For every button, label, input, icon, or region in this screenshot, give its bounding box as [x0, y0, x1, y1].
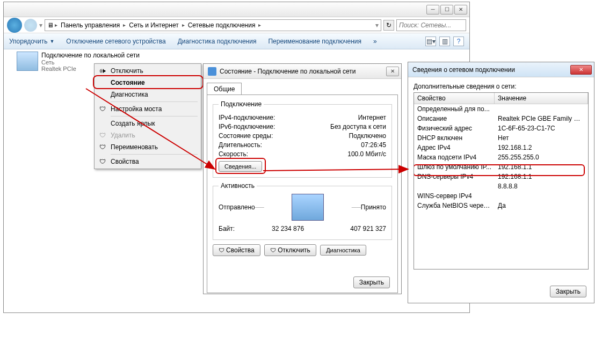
search-input[interactable] [396, 19, 466, 31]
context-menu-item[interactable]: Состояние [96, 77, 200, 89]
context-menu-item[interactable]: 🛡Свойства [96, 156, 200, 168]
context-menu-item[interactable]: Диагностика [96, 89, 200, 100]
details-button[interactable]: Сведения... [219, 161, 262, 172]
view-dropdown[interactable]: ▤▾ [425, 37, 436, 46]
status-title: Состояние - Подключение по локальной сет… [220, 68, 356, 75]
context-menu: 🕪ОтключитьСостояниеДиагностика🛡Настройка… [94, 63, 201, 169]
nav-row: ▾ 🖥 ▸ Панель управления ▸ Сеть и Интерне… [4, 17, 469, 33]
properties-button[interactable]: 🛡 Свойства [213, 244, 260, 256]
network-icon [17, 52, 38, 71]
details-row: Шлюз по умолчанию IP...192.168.1.1 [414, 162, 588, 172]
help-button[interactable]: ? [453, 37, 464, 46]
status-row: Длительность:07:26:45 [219, 141, 386, 149]
details-title: Сведения о сетевом подключении [412, 66, 515, 74]
disable-button[interactable]: 🛡 Отключить [264, 244, 316, 256]
disable-device-button[interactable]: Отключение сетевого устройства [66, 38, 165, 45]
connection-legend: Подключение [219, 100, 264, 108]
connection-fieldset: Подключение IPv4-подключение:ИнтернетIPv… [213, 100, 392, 178]
connection-title: Подключение по локальной сети [41, 52, 140, 59]
details-row: Служба NetBIOS через...Да [414, 201, 588, 210]
context-menu-item[interactable]: 🛡Настройка моста [96, 103, 200, 115]
address-bar[interactable]: 🖥 ▸ Панель управления ▸ Сеть и Интернет … [45, 19, 381, 31]
bytes-label: Байт: [219, 225, 235, 232]
maximize-button[interactable]: ☐ [440, 5, 453, 14]
status-row: Скорость:100.0 Мбит/с [219, 150, 386, 158]
shield-icon: 🛡 [98, 130, 107, 140]
col-value[interactable]: Значение [495, 93, 588, 104]
computer-icon: 🖥 [47, 21, 54, 29]
shield-icon: 🛡 [98, 142, 107, 152]
details-row: 8.8.8.8 [414, 181, 588, 191]
close-button[interactable]: ✕ [454, 5, 467, 14]
shield-icon: 🛡 [98, 104, 107, 114]
context-menu-item: 🛡Удалить [96, 129, 200, 141]
status-dialog: Состояние - Подключение по локальной сет… [203, 63, 402, 294]
rename-button[interactable]: Переименование подключения [268, 38, 361, 45]
breadcrumb[interactable]: Панель управления [59, 21, 122, 29]
more-chevron[interactable]: » [373, 38, 377, 45]
details-table: Свойство Значение Определенный для по...… [414, 92, 589, 270]
bytes-recv: 407 921 327 [350, 225, 386, 232]
diagnostics-button[interactable]: Диагностика [320, 245, 366, 256]
back-button[interactable] [7, 18, 22, 33]
tab-strip: Общие [204, 79, 401, 94]
details-row: Адрес IPv4192.168.1.2 [414, 143, 588, 152]
details-row: DHCP включенНет [414, 133, 588, 143]
status-row: IPv6-подключение:Без доступа к сети [219, 123, 386, 130]
status-row: Состояние среды:Подключено [219, 132, 386, 140]
preview-pane-button[interactable]: ▥ [439, 37, 450, 46]
details-row: ОписаниеRealtek PCIe GBE Family Controll… [414, 114, 588, 123]
details-row: Маска подсети IPv4255.255.255.0 [414, 152, 588, 162]
details-row: Физический адрес1C-6F-65-23-C1-7C [414, 123, 588, 133]
col-property[interactable]: Свойство [414, 93, 495, 104]
connection-item[interactable]: Подключение по локальной сети Сеть Realt… [14, 49, 156, 74]
close-button[interactable]: Закрыть [353, 276, 390, 288]
sent-label: Отправлено [219, 203, 255, 211]
monitor-icon [292, 194, 324, 221]
minimize-button[interactable]: ─ [426, 5, 439, 14]
details-row: Определенный для по... [414, 104, 588, 114]
shield-icon: 🛡 [98, 157, 107, 166]
close-button[interactable]: ✕ [570, 65, 592, 75]
status-row: IPv4-подключение:Интернет [219, 114, 386, 121]
diagnose-button[interactable]: Диагностика подключения [178, 38, 257, 45]
shield-icon: 🕪 [98, 66, 107, 76]
details-row: WINS-сервер IPv4 [414, 191, 588, 201]
details-dialog: Сведения о сетевом подключении ✕ Дополни… [408, 62, 594, 303]
activity-fieldset: Активность Отправлено ── ── Принято Байт… [213, 182, 392, 240]
bytes-sent: 32 234 876 [272, 225, 304, 232]
tab-general[interactable]: Общие [207, 83, 242, 95]
details-row: DNS-серверы IPv4192.168.1.1 [414, 172, 588, 181]
organize-menu[interactable]: Упорядочить ▼ [9, 38, 54, 45]
forward-button[interactable] [24, 19, 37, 32]
details-subtitle: Дополнительные сведения о сети: [414, 83, 589, 90]
context-menu-item[interactable]: 🕪Отключить [96, 65, 200, 77]
breadcrumb[interactable]: Сетевые подключения [186, 21, 258, 29]
context-menu-item[interactable]: 🛡Переименовать [96, 141, 200, 153]
titlebar: ─ ☐ ✕ [4, 2, 469, 17]
status-icon [208, 67, 216, 76]
activity-legend: Активность [219, 182, 257, 190]
toolbar: Упорядочить ▼ Отключение сетевого устрой… [4, 33, 469, 49]
recv-label: Принято [361, 203, 386, 211]
close-button[interactable]: Закрыть [550, 286, 586, 297]
breadcrumb[interactable]: Сеть и Интернет [127, 21, 180, 29]
close-button[interactable]: ✕ [386, 67, 399, 76]
context-menu-item[interactable]: Создать ярлык [96, 118, 200, 129]
refresh-button[interactable]: ↻ [383, 20, 394, 31]
